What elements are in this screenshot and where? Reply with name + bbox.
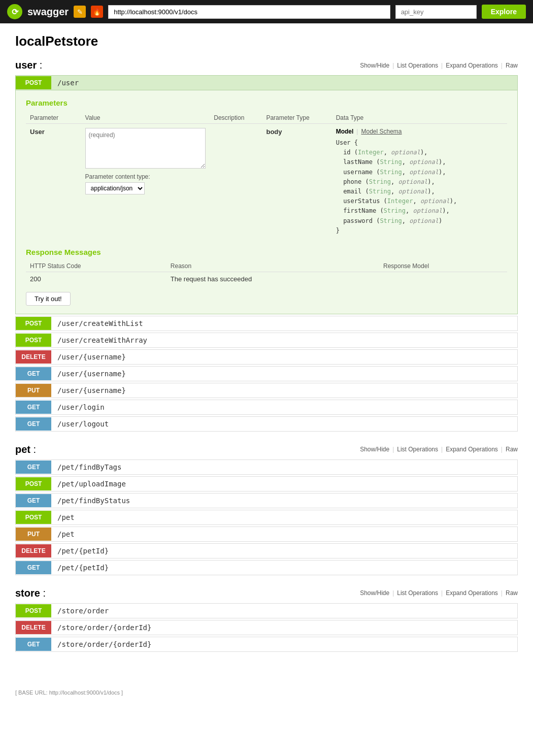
user-section: user : Show/Hide | List Operations | Exp… [15,59,518,432]
page-title: localPetstore [15,34,518,49]
pet-raw[interactable]: Raw [506,446,518,453]
post-method: POST [16,604,51,617]
swagger-logo-icon: ⟳ [7,4,22,19]
get-findbystatus-row: GET /pet/findByStatus [15,493,518,508]
delete-petid-row: DELETE /pet/{petId} [15,543,518,558]
store-section: store : Show/Hide | List Operations | Ex… [15,587,518,652]
uploadimage-path: /pet/uploadImage [51,477,132,491]
param-name: User [26,124,81,240]
param-description [210,124,262,240]
post-method: POST [16,334,51,347]
user-expand-operations[interactable]: Expand Operations [446,62,498,69]
post-pet-row: POST /pet [15,510,518,525]
get-orderid-path: /store/order/{orderId} [51,637,157,651]
model-tab[interactable]: Model [336,128,354,135]
delete-petid-path: /pet/{petId} [51,544,115,558]
parameters-title: Parameters [26,98,507,107]
get-method: GET [16,461,51,474]
user-section-controls: Show/Hide | List Operations | Expand Ope… [360,62,518,69]
get-username-path: /user/{username} [51,367,132,381]
param-value-cell: Parameter content type: application/json [81,124,210,240]
sep1: | [392,62,394,69]
createwithlist-path: /user/createWithList [51,316,149,331]
model-schema-tab[interactable]: Model Schema [361,128,402,135]
post-method: POST [16,317,51,330]
header: ⟳ swagger ✎ 🔥 Explore [0,0,533,23]
get-method: GET [16,561,51,574]
status-code: 200 [26,272,166,286]
get-logout-row: GET /user/logout [15,416,518,432]
post-user-body: Parameters Parameter Value Description P… [16,90,517,314]
user-body-textarea[interactable] [85,128,206,169]
store-expand-operations[interactable]: Expand Operations [446,589,498,597]
get-method: GET [16,401,51,414]
param-type: body [262,124,331,240]
data-type-cell: Model | Model Schema User { id (Integer,… [332,124,507,240]
col-http-status: HTTP Status Code [26,260,166,272]
get-method: GET [16,638,51,651]
model-code: User { id (Integer, optional), lastName … [336,138,503,236]
delete-method: DELETE [16,621,51,634]
col-value: Value [81,112,210,124]
col-parameter: Parameter [26,112,81,124]
user-show-hide[interactable]: Show/Hide [360,62,389,69]
put-pet-row: PUT /pet [15,527,518,542]
delete-orderid-path: /store/order/{orderId} [51,620,157,635]
response-model [379,272,507,286]
flame-icon[interactable]: 🔥 [91,6,103,18]
response-table: HTTP Status Code Reason Response Model 2… [26,260,507,286]
col-data-type: Data Type [332,112,507,124]
put-pet-path: /pet [51,527,81,541]
explore-button[interactable]: Explore [482,5,526,19]
post-method: POST [16,477,51,490]
pet-section-title: pet : [15,444,36,455]
content-type-label: Parameter content type: [85,173,206,180]
post-storeorder-row: POST /store/order [15,603,518,618]
createwitharray-path: /user/createWithArray [51,333,153,347]
pet-section: pet : Show/Hide | List Operations | Expa… [15,444,518,575]
login-path: /user/login [51,400,111,414]
sep3: | [501,62,503,69]
get-petid-path: /pet/{petId} [51,561,115,575]
post-user-method: POST [16,76,51,89]
pet-expand-operations[interactable]: Expand Operations [446,446,498,453]
user-section-title: user : [15,59,42,71]
pet-list-operations[interactable]: List Operations [397,446,438,453]
user-list-operations[interactable]: List Operations [397,62,438,69]
post-uploadimage-row: POST /pet/uploadImage [15,476,518,491]
main-content: localPetstore user : Show/Hide | List Op… [0,23,533,684]
try-it-out-button[interactable]: Try it out! [26,292,71,306]
col-param-type: Parameter Type [262,112,331,124]
store-section-header: store : Show/Hide | List Operations | Ex… [15,587,518,599]
post-user-expanded: POST /user Parameters Parameter Value De… [15,75,518,314]
edit-icon[interactable]: ✎ [74,6,86,18]
post-method: POST [16,511,51,524]
table-row: 200 The request has succeeded [26,272,507,286]
get-method: GET [16,367,51,380]
url-input[interactable] [108,5,390,19]
user-section-header: user : Show/Hide | List Operations | Exp… [15,59,518,71]
pet-show-hide[interactable]: Show/Hide [360,446,389,453]
post-pet-path: /pet [51,510,81,524]
get-petid-row: GET /pet/{petId} [15,560,518,575]
get-username-row: GET /user/{username} [15,366,518,381]
put-method: PUT [16,528,51,541]
store-show-hide[interactable]: Show/Hide [360,589,389,597]
user-raw[interactable]: Raw [506,62,518,69]
store-raw[interactable]: Raw [506,589,518,597]
store-list-operations[interactable]: List Operations [397,589,438,597]
col-description: Description [210,112,262,124]
col-response-model: Response Model [379,260,507,272]
get-login-row: GET /user/login [15,400,518,415]
delete-method: DELETE [16,544,51,557]
table-row: User Parameter content type: application… [26,124,507,240]
pet-section-header: pet : Show/Hide | List Operations | Expa… [15,444,518,455]
content-type-select[interactable]: application/json [85,182,145,194]
logout-path: /user/logout [51,417,115,431]
api-key-input[interactable] [395,5,477,19]
findbystatus-path: /pet/findByStatus [51,494,136,508]
get-findbytags-row: GET /pet/findByTags [15,459,518,475]
put-method: PUT [16,384,51,397]
put-username-row: PUT /user/{username} [15,383,518,398]
response-messages-title: Response Messages [26,248,507,256]
